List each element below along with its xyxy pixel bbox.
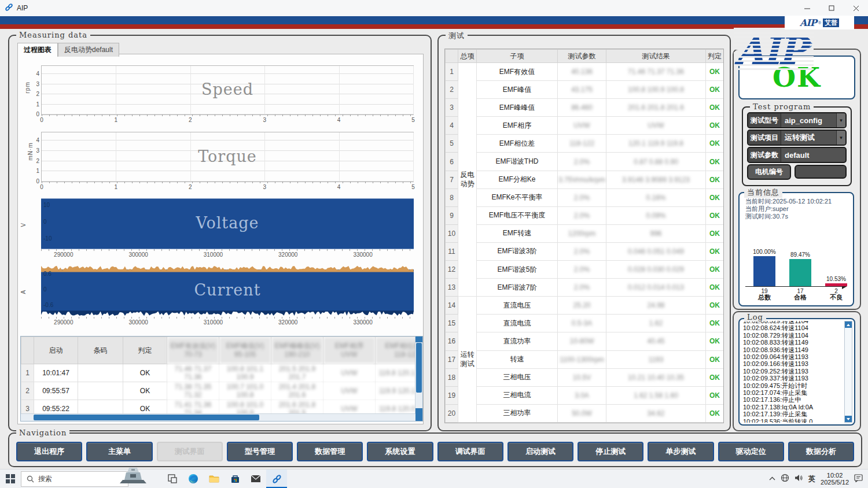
volume-icon[interactable]	[795, 474, 803, 483]
test-row[interactable]: 4EMF相序UVWUVWOK	[446, 117, 724, 135]
current-info-label: 当前信息	[744, 187, 782, 198]
brand-logo: AIP® 艾普	[785, 16, 854, 29]
close-button[interactable]	[844, 0, 868, 16]
start-button[interactable]	[0, 469, 21, 488]
microsoft-store-icon[interactable]	[225, 469, 245, 488]
tray-chevron-icon[interactable]	[769, 475, 775, 483]
stat-bar-label: 不良	[825, 293, 847, 302]
item-cell: EMF转速	[477, 224, 558, 242]
log-scrollbar[interactable]	[844, 321, 852, 423]
test-row[interactable]: 13EMF谐波7阶2.0%0.012 0.014 0.013OK	[446, 279, 724, 297]
file-explorer-icon[interactable]	[204, 469, 225, 488]
y-tick-label: 1	[27, 168, 39, 174]
chevron-down-icon[interactable]: ▼	[836, 113, 845, 127]
history-vscroll-thumb[interactable]	[416, 343, 422, 393]
tab-back-emf[interactable]: 反电动势default	[58, 43, 119, 57]
row-number: 7	[446, 171, 458, 188]
network-globe-icon[interactable]	[781, 474, 789, 484]
maximize-button[interactable]	[819, 0, 844, 16]
test-row[interactable]: 9EMF电压不平衡度2.0%0.09%OK	[446, 206, 724, 224]
edge-browser-icon[interactable]	[183, 469, 204, 488]
task-view-icon[interactable]	[162, 469, 183, 488]
judge-cell: OK	[706, 332, 724, 350]
judge-cell: OK	[706, 279, 724, 297]
test-row[interactable]: 5EMF相位差118-122120.1 119.9 119.8OK	[446, 135, 724, 153]
judge-cell: OK	[706, 224, 724, 242]
result-cell-blurred: 0.046 0.051 0.049	[606, 242, 706, 260]
test-row[interactable]: 7EMF分相Ke3.75Vrms/krpm3.9146 3.9089 3.912…	[446, 171, 724, 188]
test-row[interactable]: 15直流电流0.5-3A1.62OK	[446, 315, 724, 332]
row-number: 1	[446, 63, 458, 81]
chart-torque: mN·m 01234012345Torque	[41, 132, 414, 182]
nav-button-驱动定位[interactable]: 驱动定位	[718, 442, 784, 461]
navigation-buttons: 退出程序主菜单测试界面型号管理数据管理系统设置调试界面启动测试停止测试单步测试驱…	[16, 442, 854, 461]
scroll-down-arrow[interactable]	[415, 408, 422, 414]
scrollbar-corner	[415, 414, 422, 421]
test-row[interactable]: 18三相电压10.5V10.21 10.40 10.35OK	[446, 368, 724, 386]
nav-button-启动测试[interactable]: 启动测试	[507, 442, 573, 461]
combo-value[interactable]: aip_config	[781, 113, 836, 127]
row-number: 2	[21, 382, 34, 400]
history-hscroll-thumb[interactable]	[34, 415, 259, 420]
history-horizontal-scrollbar[interactable]	[21, 413, 415, 421]
item-cell: EMF峰峰值	[477, 99, 558, 117]
aip-app-taskbar-icon[interactable]	[266, 469, 287, 488]
test-row[interactable]: 2EMF峰值43.175100.8 100.9 100.8OK	[446, 81, 724, 99]
nav-button-调试界面[interactable]: 调试界面	[437, 442, 503, 461]
taskbar-search-box[interactable]: 搜索	[21, 471, 128, 487]
param-cell-blurred: 86.460	[558, 99, 606, 117]
nav-button-数据管理[interactable]: 数据管理	[297, 442, 363, 461]
x-tick-label: 2	[189, 117, 192, 123]
app-chain-icon	[5, 3, 13, 14]
row-number: 12	[446, 261, 458, 279]
ime-indicator[interactable]: 英	[808, 474, 815, 484]
judge-cell: OK	[706, 404, 724, 422]
result-cell-blurred: 34.62	[606, 404, 706, 422]
nav-button-数据分析[interactable]: 数据分析	[788, 442, 854, 461]
row-number: 3	[446, 99, 458, 117]
log-entry: 10:02:18.536:当前转速 0	[743, 418, 844, 423]
mail-icon[interactable]	[245, 469, 266, 488]
test-row[interactable]: 17转速1100-1300rpm1193OK	[446, 350, 724, 368]
result-cell-blurred: 10.21 10.40 10.35	[606, 368, 706, 386]
history-row[interactable]: 110:01:47OK71.46 71.37 71.36100.8 101.1 …	[21, 364, 424, 382]
log-scroll-up[interactable]	[845, 321, 852, 328]
measuring-tabs: 过程图表反电动势default	[17, 43, 119, 57]
history-vertical-scrollbar[interactable]	[415, 337, 422, 414]
test-row[interactable]: 10EMF转速1200rpm996OK	[446, 224, 724, 242]
motor-id-button[interactable]: 电机编号	[747, 164, 791, 180]
history-row[interactable]: 209:55:57OK71.38 71.35 71.32100.7 101.0 …	[21, 382, 424, 400]
test-row[interactable]: 16直流功率10-80W40.45OK	[446, 332, 724, 350]
test-row[interactable]: 6EMF谐波THD2.0%0.87 0.88 0.90OK	[446, 153, 724, 171]
item-cell: EMF谐波3阶	[477, 242, 558, 260]
test-row[interactable]: 8EMFKe不平衡率2.0%0.16%OK	[446, 188, 724, 206]
nav-button-型号管理[interactable]: 型号管理	[227, 442, 293, 461]
nav-button-系统设置[interactable]: 系统设置	[367, 442, 433, 461]
taskbar-clock[interactable]: 10:02 2025/5/12	[821, 472, 849, 486]
test-row[interactable]: 19三相电流3.0A1.62 1.58 1.60OK	[446, 386, 724, 404]
nav-button-退出程序[interactable]: 退出程序	[16, 442, 82, 461]
minimize-button[interactable]	[795, 0, 819, 16]
motor-id-input[interactable]	[795, 165, 847, 179]
tab-process-chart[interactable]: 过程图表	[17, 43, 58, 57]
test-row[interactable]: 11EMF谐波3阶2.0%0.046 0.051 0.049OK	[446, 242, 724, 260]
nav-button-主菜单[interactable]: 主菜单	[86, 442, 152, 461]
log-scroll-down[interactable]	[845, 416, 852, 422]
scroll-up-arrow[interactable]	[415, 337, 422, 342]
chevron-down-icon[interactable]: ▼	[836, 131, 845, 145]
param-cell-blurred: UVW	[558, 117, 606, 135]
history-column-header-blurred: EMF有效值(V)70-73	[167, 337, 219, 364]
test-row[interactable]: 14运转 测试直流电压25.2024.98OK	[446, 297, 724, 315]
nav-button-停止测试[interactable]: 停止测试	[578, 442, 643, 461]
text-value[interactable]: default	[781, 148, 845, 162]
test-row[interactable]: 20三相功率50.0W34.62OK	[446, 404, 724, 422]
chart-title: Speed	[42, 80, 413, 98]
test-row[interactable]: 1反电 动势EMF有效值40.13671.46 71.37 71.36OK	[446, 63, 724, 81]
test-row[interactable]: 3EMF峰峰值86.460201.6 201.8 201.6OK	[446, 99, 724, 117]
history-cell-blurred: 100.7 101.0 100.8	[219, 382, 271, 400]
nav-button-单步测试[interactable]: 单步测试	[648, 442, 713, 461]
log-list[interactable]: 10:02:08.529:转速110410:02:08.624:转速110410…	[743, 321, 844, 423]
notification-center-icon[interactable]	[854, 474, 863, 484]
test-row[interactable]: 12EMF谐波5阶2.0%0.028 0.030 0.029OK	[446, 261, 724, 279]
combo-value[interactable]: 运转测试	[781, 131, 836, 145]
